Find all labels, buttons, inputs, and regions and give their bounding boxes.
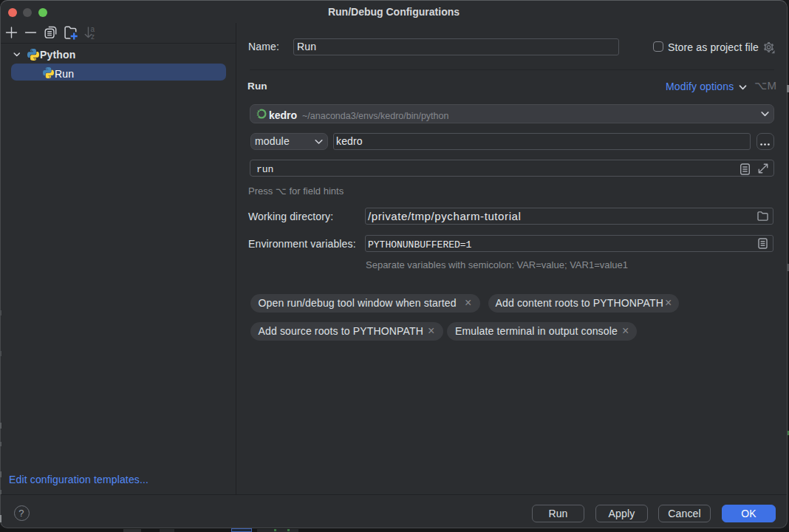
svg-text:z: z <box>91 33 95 41</box>
